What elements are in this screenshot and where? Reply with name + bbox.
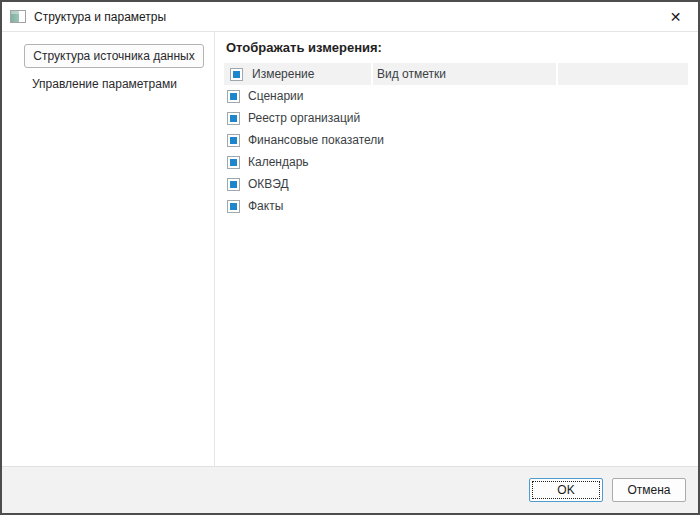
footer-bar: OK Отмена xyxy=(2,466,698,513)
row-checkbox[interactable] xyxy=(227,156,240,169)
checkbox-indeterminate-mark xyxy=(230,181,237,188)
close-button[interactable]: ✕ xyxy=(653,2,698,32)
dimensions-heading: Отображать измерения: xyxy=(226,40,688,55)
checkbox-indeterminate-mark xyxy=(230,159,237,166)
row-label: Сценарии xyxy=(248,89,303,103)
row-checkbox[interactable] xyxy=(227,112,240,125)
checkbox-indeterminate-mark xyxy=(230,203,237,210)
column-header-label: Вид отметки xyxy=(377,67,446,81)
sidebar: Структура источника данных Управление па… xyxy=(2,32,215,466)
app-icon xyxy=(10,10,26,23)
table-row[interactable]: ОКВЭД xyxy=(224,173,688,195)
select-all-checkbox[interactable] xyxy=(230,68,243,81)
sidebar-item-data-source-structure[interactable]: Структура источника данных xyxy=(24,44,204,68)
checkbox-indeterminate-mark xyxy=(230,137,237,144)
column-header-mark-type[interactable]: Вид отметки xyxy=(373,63,556,85)
row-checkbox[interactable] xyxy=(227,200,240,213)
ok-button[interactable]: OK xyxy=(529,478,603,502)
close-icon: ✕ xyxy=(670,10,682,24)
cancel-button[interactable]: Отмена xyxy=(612,478,686,502)
row-checkbox[interactable] xyxy=(227,178,240,191)
checkbox-indeterminate-mark xyxy=(233,71,240,78)
row-label: Факты xyxy=(248,199,283,213)
column-header-dimension[interactable]: Измерение xyxy=(224,63,371,85)
dimensions-table: Измерение Вид отметки Сценарии Реестр ор… xyxy=(224,63,688,217)
column-header-label: Измерение xyxy=(252,67,314,81)
row-label: Календарь xyxy=(248,155,309,169)
column-header-empty xyxy=(558,63,688,85)
checkbox-indeterminate-mark xyxy=(230,115,237,122)
table-row[interactable]: Реестр организаций xyxy=(224,107,688,129)
dialog-body: Структура источника данных Управление па… xyxy=(2,32,698,466)
title-bar: Структура и параметры ✕ xyxy=(2,2,698,32)
row-checkbox[interactable] xyxy=(227,90,240,103)
table-row[interactable]: Факты xyxy=(224,195,688,217)
row-label: ОКВЭД xyxy=(248,177,289,191)
checkbox-indeterminate-mark xyxy=(230,93,237,100)
table-row[interactable]: Календарь xyxy=(224,151,688,173)
dialog-structure-and-parameters: Структура и параметры ✕ Структура источн… xyxy=(0,0,700,515)
row-label: Реестр организаций xyxy=(248,111,360,125)
table-row[interactable]: Финансовые показатели xyxy=(224,129,688,151)
table-header: Измерение Вид отметки xyxy=(224,63,688,85)
table-row[interactable]: Сценарии xyxy=(224,85,688,107)
window-title: Структура и параметры xyxy=(34,10,166,24)
row-checkbox[interactable] xyxy=(227,134,240,147)
row-label: Финансовые показатели xyxy=(248,133,384,147)
sidebar-item-parameter-management[interactable]: Управление параметрами xyxy=(32,77,214,91)
main-pane: Отображать измерения: Измерение Вид отме… xyxy=(215,32,698,466)
